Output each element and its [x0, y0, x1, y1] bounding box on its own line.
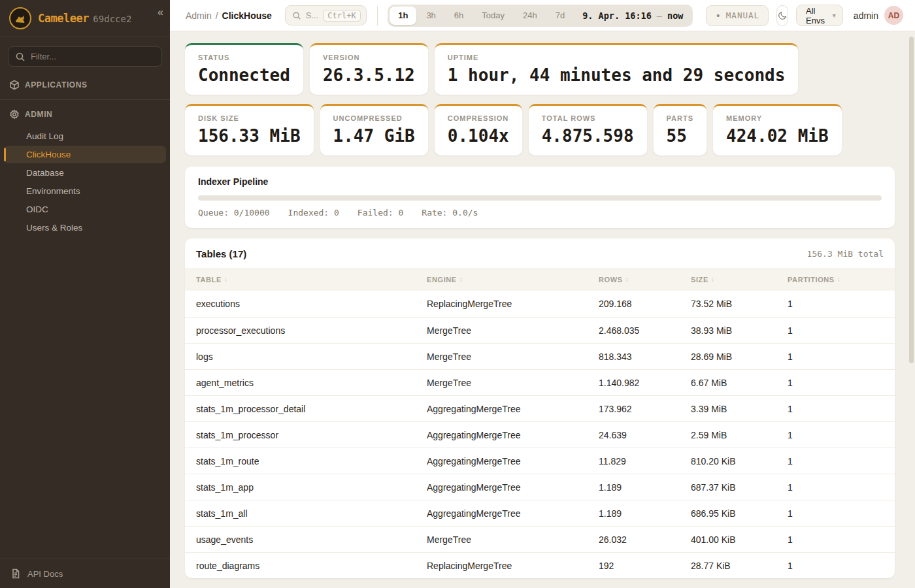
card-label: STATUS	[198, 54, 290, 61]
tables-total-size: 156.3 MiB total	[807, 249, 884, 259]
table-row[interactable]: stats_1m_processor AggregatingMergeTree …	[185, 421, 895, 448]
avatar[interactable]: AD	[884, 6, 903, 25]
cell-rows: 173.962	[599, 404, 691, 414]
card-value: 1 hour, 44 minutes and 29 seconds	[448, 65, 786, 85]
sidebar-item[interactable]: ClickHouse	[4, 146, 166, 163]
global-search-button[interactable]: S... Ctrl+K	[285, 5, 367, 25]
vertical-scrollbar[interactable]	[909, 37, 914, 363]
sidebar-section-label: APPLICATIONS	[25, 80, 88, 90]
cell-rows: 192	[599, 561, 691, 571]
card-value: 424.02 MiB	[726, 126, 829, 146]
cell-engine: MergeTree	[427, 325, 599, 336]
table-row[interactable]: stats_1m_route AggregatingMergeTree 11.8…	[185, 448, 895, 474]
status-card: STATUS Connected	[185, 43, 303, 95]
time-range-option[interactable]: 24h	[514, 7, 546, 25]
cell-partitions: 1	[788, 508, 884, 519]
metric-card: MEMORY 424.02 MiB	[713, 104, 842, 155]
time-dash: –	[657, 10, 662, 21]
cell-partitions: 1	[788, 299, 884, 309]
env-select[interactable]: All Envs ▾	[796, 5, 843, 26]
user-menu: admin AD	[854, 6, 903, 25]
card-value: 0.104x	[448, 126, 509, 146]
sidebar-item[interactable]: Audit Log	[4, 127, 166, 145]
breadcrumb-section[interactable]: Admin	[186, 10, 212, 21]
cell-rows: 1.189	[599, 508, 691, 519]
metric-card: TOTAL ROWS 4.875.598	[529, 104, 647, 155]
table-row[interactable]: usage_events MergeTree 26.032 401.00 KiB…	[185, 526, 895, 552]
document-icon	[10, 568, 21, 579]
cell-rows: 1.189	[599, 482, 691, 493]
cell-table-name: processor_executions	[196, 325, 427, 336]
time-range-option[interactable]: 6h	[446, 7, 472, 25]
cell-partitions: 1	[788, 482, 884, 493]
api-docs-label: API Docs	[27, 569, 63, 579]
table-row[interactable]: executions ReplacingMergeTree 209.168 73…	[185, 291, 895, 317]
sidebar-section-applications[interactable]: APPLICATIONS	[0, 73, 170, 97]
sidebar-item[interactable]: Database	[4, 164, 166, 182]
cell-engine: AggregatingMergeTree	[427, 508, 599, 519]
indexer-stat: Rate: 0.0/s	[422, 208, 478, 218]
sidebar-item-label: Audit Log	[26, 131, 63, 141]
table-row[interactable]: route_diagrams ReplacingMergeTree 192 28…	[185, 552, 895, 578]
status-dot-icon: •	[715, 10, 721, 21]
table-row[interactable]: stats_1m_app AggregatingMergeTree 1.189 …	[185, 474, 895, 500]
sidebar-collapse-icon[interactable]: «	[158, 7, 163, 18]
cell-rows: 24.639	[599, 430, 691, 440]
tables-panel: Tables (17) 156.3 MiB total TABLE ↕ ENGI…	[185, 238, 895, 578]
cell-table-name: route_diagrams	[196, 561, 427, 571]
cell-size: 73.52 MiB	[691, 299, 788, 309]
table-column-header[interactable]: TABLE ↕	[196, 276, 427, 284]
page-content: STATUS Connected VERSION 26.3.5.12 UPTIM…	[170, 31, 915, 588]
breadcrumb: Admin / ClickHouse	[186, 10, 272, 21]
table-row[interactable]: processor_executions MergeTree 2.468.035…	[185, 317, 895, 343]
brand-name: Cameleer	[38, 12, 89, 25]
refresh-mode-button[interactable]: • MANUAL	[706, 5, 769, 26]
moon-icon	[777, 10, 788, 21]
cell-partitions: 1	[788, 325, 884, 336]
card-label: VERSION	[323, 54, 415, 61]
gear-icon	[9, 109, 20, 120]
metric-card: UNCOMPRESSED 1.47 GiB	[320, 104, 428, 155]
cell-rows: 1.140.982	[599, 378, 691, 388]
sidebar-divider	[0, 99, 170, 100]
cell-partitions: 1	[788, 561, 884, 571]
sort-icon: ↕	[625, 276, 629, 283]
sidebar-filter[interactable]	[8, 46, 162, 67]
sidebar-section-admin[interactable]: ADMIN	[0, 103, 170, 126]
status-cards-row: STATUS Connected VERSION 26.3.5.12 UPTIM…	[185, 43, 895, 95]
table-column-header[interactable]: ENGINE ↕	[427, 276, 599, 284]
time-range-option[interactable]: Today	[473, 7, 513, 25]
table-column-header[interactable]: ROWS ↕	[599, 276, 691, 284]
sidebar-api-docs[interactable]: API Docs	[0, 559, 170, 588]
table-row[interactable]: agent_metrics MergeTree 1.140.982 6.67 M…	[185, 369, 895, 395]
table-row[interactable]: stats_1m_all AggregatingMergeTree 1.189 …	[185, 500, 895, 526]
cell-size: 401.00 KiB	[691, 534, 788, 545]
cell-partitions: 1	[788, 430, 884, 440]
cell-engine: ReplacingMergeTree	[427, 299, 599, 309]
sidebar-item-label: Users & Roles	[26, 223, 82, 233]
sort-icon: ↕	[837, 276, 841, 283]
theme-toggle-button[interactable]	[776, 5, 788, 26]
table-column-header[interactable]: SIZE ↕	[691, 276, 788, 284]
cell-table-name: stats_1m_processor	[196, 430, 427, 440]
time-range-option[interactable]: 3h	[418, 7, 444, 25]
filter-input[interactable]	[31, 52, 155, 61]
time-range-option[interactable]: 7d	[547, 7, 573, 25]
search-text: S...	[306, 10, 319, 20]
cell-rows: 26.032	[599, 534, 691, 545]
sidebar-item[interactable]: OIDC	[4, 201, 166, 218]
card-value: 55	[667, 126, 693, 146]
cell-table-name: stats_1m_route	[196, 456, 427, 466]
indexer-stat: Failed: 0	[358, 208, 403, 218]
sidebar-item[interactable]: Environments	[4, 182, 166, 200]
column-label: ROWS	[599, 276, 623, 284]
time-range-option[interactable]: 1h	[390, 7, 416, 25]
time-range-display[interactable]: 9. Apr. 16:16 – now	[574, 10, 691, 21]
cell-engine: AggregatingMergeTree	[427, 430, 599, 440]
sidebar-item[interactable]: Users & Roles	[4, 219, 166, 237]
table-row[interactable]: stats_1m_processor_detail AggregatingMer…	[185, 395, 895, 421]
table-row[interactable]: logs MergeTree 818.343 28.69 MiB 1	[185, 343, 895, 369]
cell-table-name: stats_1m_app	[196, 482, 427, 493]
table-column-header[interactable]: PARTITIONS ↕	[788, 276, 884, 284]
user-name: admin	[854, 10, 878, 21]
